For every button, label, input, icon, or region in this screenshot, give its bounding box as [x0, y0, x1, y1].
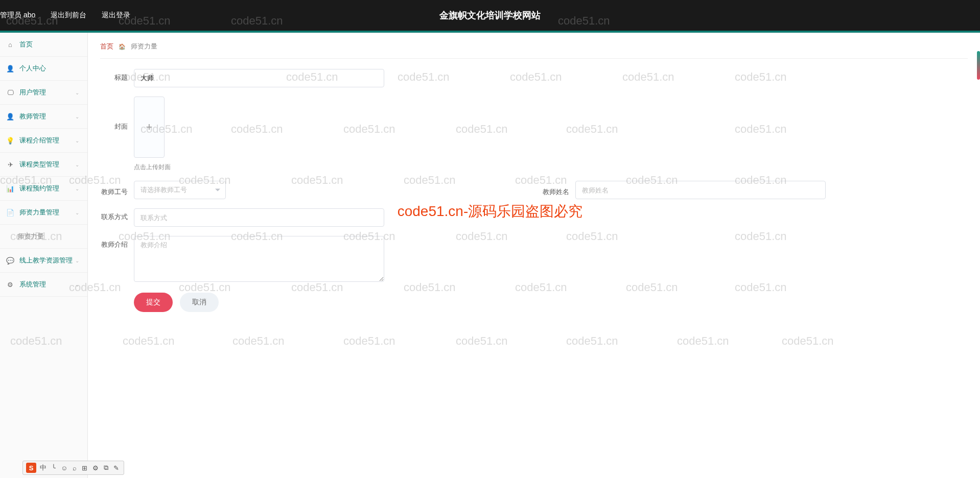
sidebar-item-label: 用户管理 [19, 88, 75, 97]
teacher-name-input[interactable] [575, 181, 826, 199]
monitor-icon: 🖵 [6, 88, 14, 97]
sidebar-item-profile[interactable]: 👤 个人中心 [0, 57, 87, 81]
intro-label: 教师介绍 [100, 236, 134, 249]
sidebar-item-user-mgmt[interactable]: 🖵 用户管理 ⌄ [0, 81, 87, 105]
breadcrumb: 首页 🏠 师资力量 [100, 42, 968, 59]
sidebar-item-online-resource-mgmt[interactable]: 💬 线上教学资源管理 ⌄ [0, 249, 87, 273]
ime-punct-icon[interactable]: ╰ [50, 464, 57, 472]
logout-link[interactable]: 退出登录 [102, 11, 130, 20]
teacher-name-label: 教师姓名 [442, 183, 575, 197]
sidebar: ⌂ 首页 👤 个人中心 🖵 用户管理 ⌄ 👤 教师管理 ⌄ 💡 课程介绍管理 ⌄… [0, 33, 88, 478]
user-icon: 👤 [6, 64, 14, 73]
cover-upload-hint: 点击上传封面 [134, 163, 968, 172]
teacher-id-label: 教师工号 [100, 183, 134, 197]
breadcrumb-home[interactable]: 首页 [100, 42, 113, 51]
chevron-down-icon: ⌄ [75, 282, 79, 288]
sidebar-item-label: 课程类型管理 [19, 160, 75, 169]
sidebar-item-label: 个人中心 [19, 64, 81, 73]
bulb-icon: 💡 [6, 136, 14, 145]
sidebar-item-label: 师资力量 [17, 232, 81, 241]
chevron-down-icon: ⌄ [75, 186, 79, 192]
select-placeholder: 请选择教师工号 [141, 185, 187, 195]
sidebar-item-faculty[interactable]: 师资力量 [0, 225, 87, 249]
header-actions: 管理员 abo 退出到前台 退出登录 [0, 11, 130, 20]
gear-icon: ⚙ [6, 280, 14, 289]
teacher-id-select[interactable]: 请选择教师工号 [134, 181, 226, 199]
scroll-indicator [977, 51, 980, 80]
chevron-down-icon: ⌄ [75, 90, 79, 95]
app-title: 金旗帜文化培训学校网站 [439, 9, 541, 21]
admin-label[interactable]: 管理员 abo [0, 11, 35, 20]
bars-icon: 📊 [6, 184, 14, 193]
chevron-down-icon: ⌄ [75, 162, 79, 168]
breadcrumb-current: 师资力量 [131, 42, 157, 51]
sidebar-item-label: 课程介绍管理 [19, 136, 75, 145]
main-content: 首页 🏠 师资力量 标题 封面 + 点击上传封面 [88, 33, 980, 478]
contact-input[interactable] [134, 208, 384, 227]
ime-emoji-icon[interactable]: ☺ [59, 464, 69, 472]
ime-toolbar[interactable]: S 中 ╰ ☺ ⌕ ⊞ ⚙ ⧉ ✎ [22, 461, 124, 475]
ime-settings-icon[interactable]: ⚙ [91, 464, 100, 472]
ime-skin-icon[interactable]: ⧉ [102, 464, 110, 472]
person-icon: 👤 [6, 112, 14, 121]
ime-mic-icon[interactable]: ⌕ [71, 464, 78, 472]
ime-keyboard-icon[interactable]: ⊞ [80, 464, 89, 472]
sidebar-item-label: 课程预约管理 [19, 184, 75, 193]
faculty-form: 标题 封面 + 点击上传封面 教师工号 [100, 59, 968, 312]
cover-upload[interactable]: + [134, 97, 165, 158]
app-header: 金旗帜文化培训学校网站 管理员 abo 退出到前台 退出登录 [0, 0, 980, 31]
chevron-down-icon: ⌄ [75, 210, 79, 216]
breadcrumb-separator-icon: 🏠 [119, 43, 126, 50]
logout-front-link[interactable]: 退出到前台 [51, 11, 86, 20]
doc-icon: 📄 [6, 208, 14, 217]
sidebar-item-system-mgmt[interactable]: ⚙ 系统管理 ⌄ [0, 273, 87, 297]
ime-badge-icon[interactable]: S [26, 463, 36, 473]
sidebar-item-course-intro-mgmt[interactable]: 💡 课程介绍管理 ⌄ [0, 129, 87, 153]
sidebar-item-label: 线上教学资源管理 [19, 256, 75, 265]
sidebar-item-teacher-mgmt[interactable]: 👤 教师管理 ⌄ [0, 105, 87, 129]
sidebar-item-label: 系统管理 [19, 280, 75, 289]
sidebar-item-faculty-mgmt[interactable]: 📄 师资力量管理 ⌄ [0, 201, 87, 225]
cancel-button[interactable]: 取消 [180, 293, 219, 312]
plus-icon: + [146, 121, 153, 134]
submit-button[interactable]: 提交 [134, 293, 173, 312]
chevron-down-icon: ⌄ [75, 258, 79, 264]
chevron-down-icon: ⌄ [75, 114, 79, 119]
home-icon: ⌂ [6, 40, 14, 49]
cover-label: 封面 [100, 97, 134, 131]
send-icon: ✈ [6, 160, 14, 169]
ime-tool-icon[interactable]: ✎ [112, 464, 121, 472]
sidebar-item-course-type-mgmt[interactable]: ✈ 课程类型管理 ⌄ [0, 153, 87, 177]
title-input[interactable] [134, 69, 384, 87]
sidebar-item-label: 师资力量管理 [19, 208, 75, 217]
sidebar-item-home[interactable]: ⌂ 首页 [0, 33, 87, 57]
chevron-down-icon: ⌄ [75, 138, 79, 144]
title-label: 标题 [100, 69, 134, 82]
sidebar-item-label: 首页 [19, 40, 81, 49]
sidebar-item-label: 教师管理 [19, 112, 75, 121]
intro-textarea[interactable] [134, 236, 384, 282]
ime-lang-toggle[interactable]: 中 [38, 463, 48, 472]
sidebar-item-course-booking-mgmt[interactable]: 📊 课程预约管理 ⌄ [0, 177, 87, 201]
chat-icon: 💬 [6, 256, 14, 265]
contact-label: 联系方式 [100, 208, 134, 222]
